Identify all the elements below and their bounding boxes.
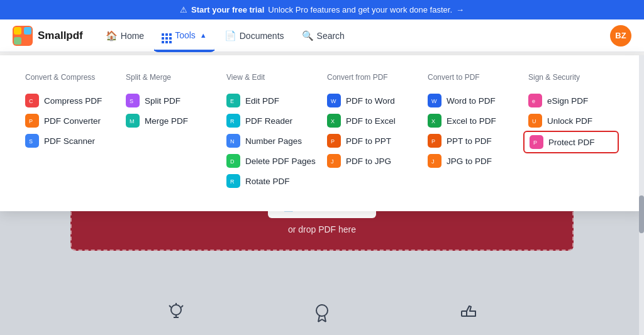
tool-unlock-pdf[interactable]: U Unlock PDF: [528, 111, 619, 131]
split-pdf-icon: S: [126, 94, 140, 107]
documents-icon: 📄: [225, 30, 236, 41]
nav-item-documents[interactable]: 📄 Documents: [217, 19, 292, 52]
jpg-to-pdf-label: JPG to PDF: [447, 157, 492, 166]
svg-text:P: P: [29, 118, 33, 124]
tool-word-to-pdf[interactable]: W Word to PDF: [428, 91, 518, 111]
delete-pdf-pages-label: Delete PDF Pages: [245, 157, 316, 166]
scrollbar-thumb[interactable]: [639, 195, 644, 233]
svg-text:M: M: [130, 118, 135, 124]
main-nav: Smallpdf 🏠 Home Tools ▲ 📄 Documents 🔍 Se…: [0, 19, 644, 52]
promo-banner[interactable]: ⚠ Start your free trial Unlock Pro featu…: [0, 0, 644, 19]
svg-text:P: P: [331, 138, 335, 145]
svg-text:R: R: [230, 118, 235, 124]
svg-text:E: E: [230, 98, 234, 104]
tool-pdf-to-word[interactable]: W PDF to Word: [327, 91, 418, 111]
nav-item-search[interactable]: 🔍 Search: [294, 19, 352, 52]
nav-label-documents: Documents: [240, 31, 284, 41]
col-header-sign-security: Sign & Security: [528, 73, 619, 82]
pdf-reader-label: PDF Reader: [245, 116, 292, 126]
tool-pdf-converter[interactable]: P PDF Converter: [25, 111, 116, 131]
pdf-to-ppt-icon: P: [327, 134, 341, 148]
pdf-to-excel-label: PDF to Excel: [346, 116, 396, 126]
svg-text:e: e: [532, 98, 535, 104]
svg-text:X: X: [331, 118, 335, 124]
avatar-initials: BZ: [615, 31, 626, 40]
tool-merge-pdf[interactable]: M Merge PDF: [126, 111, 216, 131]
logo-icon: [13, 26, 33, 46]
svg-text:U: U: [532, 118, 536, 124]
tool-esign-pdf[interactable]: e eSign PDF: [528, 91, 619, 111]
nav-items: 🏠 Home Tools ▲ 📄 Documents 🔍 Search: [98, 19, 610, 52]
number-pages-icon: N: [226, 134, 240, 148]
tool-split-pdf[interactable]: S Split PDF: [126, 91, 216, 111]
nav-label-search: Search: [317, 31, 345, 41]
pdf-converter-icon: P: [25, 114, 39, 128]
excel-to-pdf-icon: X: [428, 114, 441, 128]
tool-jpg-to-pdf[interactable]: J JPG to PDF: [428, 151, 518, 171]
split-pdf-label: Split PDF: [145, 96, 180, 106]
tool-ppt-to-pdf[interactable]: P PPT to PDF: [428, 131, 518, 151]
lightbulb-icon: [166, 302, 186, 322]
svg-text:S: S: [130, 98, 133, 104]
ppt-to-pdf-icon: P: [428, 134, 441, 148]
banner-arrow: →: [456, 5, 464, 14]
warning-icon: ⚠: [180, 5, 187, 14]
svg-text:W: W: [331, 98, 336, 104]
col-header-convert-to: Convert to PDF: [428, 73, 518, 82]
tools-dropdown: Convert & Compress C Compress PDF P PDF …: [0, 55, 644, 211]
nav-item-tools[interactable]: Tools ▲: [154, 19, 214, 52]
thumbsup-icon: [458, 302, 478, 322]
svg-text:N: N: [230, 138, 235, 145]
word-to-pdf-label: Word to PDF: [447, 96, 496, 106]
tool-pdf-scanner[interactable]: S PDF Scanner: [25, 131, 116, 151]
tool-excel-to-pdf[interactable]: X Excel to PDF: [428, 111, 518, 131]
drop-text: or drop PDF here: [288, 224, 356, 234]
award-icon: [312, 302, 332, 322]
pdf-scanner-label: PDF Scanner: [44, 136, 95, 146]
tool-pdf-reader[interactable]: R PDF Reader: [226, 111, 317, 131]
tool-pdf-to-ppt[interactable]: P PDF to PPT: [327, 131, 418, 151]
edit-pdf-icon: E: [226, 94, 240, 107]
pdf-to-word-label: PDF to Word: [346, 96, 395, 106]
edit-pdf-label: Edit PDF: [245, 96, 279, 106]
tool-pdf-to-jpg[interactable]: J PDF to JPG: [327, 151, 418, 171]
tool-edit-pdf[interactable]: E Edit PDF: [226, 91, 317, 111]
svg-text:P: P: [431, 138, 435, 145]
word-to-pdf-icon: W: [428, 94, 441, 107]
svg-text:D: D: [230, 158, 235, 165]
tool-pdf-to-excel[interactable]: X PDF to Excel: [327, 111, 418, 131]
banner-cta: Start your free trial: [191, 5, 264, 14]
dropdown-col-convert-from: Convert from PDF W PDF to Word X PDF to …: [327, 73, 418, 191]
pdf-to-excel-icon: X: [327, 114, 341, 128]
bottom-icon-bulb: [166, 302, 186, 322]
esign-pdf-label: eSign PDF: [547, 96, 588, 106]
tools-chevron-icon: ▲: [200, 31, 207, 39]
scrollbar[interactable]: [639, 55, 644, 335]
delete-pdf-pages-icon: D: [226, 154, 240, 168]
svg-text:J: J: [331, 158, 334, 165]
dropdown-col-convert-compress: Convert & Compress C Compress PDF P PDF …: [25, 73, 116, 191]
protect-pdf-label: Protect PDF: [548, 138, 595, 147]
nav-item-home[interactable]: 🏠 Home: [98, 19, 152, 52]
tool-rotate-pdf[interactable]: R Rotate PDF: [226, 171, 317, 191]
excel-to-pdf-label: Excel to PDF: [447, 116, 496, 126]
user-avatar[interactable]: BZ: [610, 25, 631, 47]
pdf-scanner-icon: S: [25, 134, 39, 148]
svg-text:X: X: [431, 118, 435, 124]
dropdown-col-split-merge: Split & Merge S Split PDF M Merge PDF: [126, 73, 216, 191]
jpg-to-pdf-icon: J: [428, 154, 441, 168]
pdf-to-jpg-icon: J: [327, 154, 341, 168]
pdf-converter-label: PDF Converter: [44, 116, 101, 126]
grid-icon: [162, 27, 172, 43]
tool-number-pages[interactable]: N Number Pages: [226, 131, 317, 151]
tool-delete-pdf-pages[interactable]: D Delete PDF Pages: [226, 151, 317, 171]
pdf-to-jpg-label: PDF to JPG: [346, 157, 391, 166]
tool-protect-pdf[interactable]: P Protect PDF: [523, 131, 619, 153]
rotate-pdf-label: Rotate PDF: [245, 177, 290, 186]
tool-compress-pdf[interactable]: C Compress PDF: [25, 91, 116, 111]
col-header-split-merge: Split & Merge: [126, 73, 216, 82]
esign-pdf-icon: e: [528, 94, 542, 107]
unlock-pdf-label: Unlock PDF: [547, 116, 592, 126]
logo[interactable]: Smallpdf: [13, 26, 83, 46]
svg-line-51: [169, 305, 171, 307]
